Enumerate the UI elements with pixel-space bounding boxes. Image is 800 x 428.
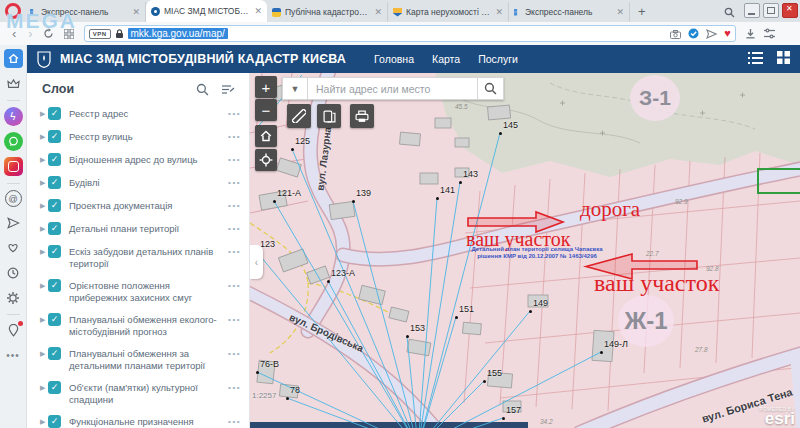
layer-menu-icon[interactable]: ••• [228, 245, 241, 256]
layer-checkbox[interactable]: ✓ [48, 381, 61, 394]
snapshot-camera-icon[interactable] [670, 25, 681, 43]
map-canvas[interactable]: З-1Ж-1 вул. Лазурнавул. Бродівськавул. Б… [250, 73, 800, 428]
layer-checkbox[interactable]: ✓ [48, 107, 61, 120]
pinboard-icon[interactable] [4, 321, 23, 340]
layer-checkbox[interactable]: ✓ [48, 279, 61, 292]
expand-caret-icon[interactable]: ▶ [40, 350, 48, 358]
whatsapp-icon[interactable] [4, 132, 23, 151]
expand-caret-icon[interactable]: ▶ [40, 179, 48, 187]
layer-checkbox[interactable]: ✓ [48, 130, 61, 143]
layer-row-9[interactable]: ▶✓Планувальні обмеження за детальними пл… [27, 342, 249, 376]
minimize-button[interactable] [744, 3, 760, 18]
bookmark-heart-icon[interactable]: ♥ [724, 28, 731, 39]
layer-menu-icon[interactable]: ••• [228, 107, 241, 118]
layer-row-3[interactable]: ▶✓Будівлі••• [27, 171, 249, 194]
locate-button[interactable] [255, 149, 277, 171]
heart-icon[interactable] [4, 238, 23, 257]
vpn-badge[interactable]: VPN [89, 29, 111, 39]
tune-settings-icon[interactable] [764, 28, 775, 39]
expand-caret-icon[interactable]: ▶ [40, 202, 48, 210]
instagram-icon[interactable] [4, 157, 23, 176]
grid-view-icon[interactable] [777, 50, 790, 68]
messenger-icon[interactable]: ϟ [4, 107, 23, 126]
layer-row-7[interactable]: ▶✓Орієнтовне положення прибережних захис… [27, 274, 249, 308]
layer-menu-icon[interactable]: ••• [228, 415, 241, 426]
layer-checkbox[interactable]: ✓ [48, 245, 61, 258]
speed-dial-icon[interactable] [64, 29, 74, 39]
url-field[interactable]: VPN mkk.kga.gov.ua/map/ ♥ [84, 25, 736, 42]
layer-menu-icon[interactable]: ••• [228, 153, 241, 164]
expand-caret-icon[interactable]: ▶ [40, 384, 48, 392]
search-source-dropdown[interactable]: ▼ [282, 77, 308, 100]
layer-menu-icon[interactable]: ••• [228, 347, 241, 358]
share-flow-icon[interactable] [706, 25, 717, 43]
panel-collapse-button[interactable]: ‹ [250, 245, 263, 279]
browser-tab-0[interactable]: Экспресс-панель✕ [25, 2, 146, 22]
reload-button[interactable] [43, 28, 54, 39]
layer-checkbox[interactable]: ✓ [48, 347, 61, 360]
tab-close-icon[interactable]: ✕ [132, 7, 140, 17]
layer-checkbox[interactable]: ✓ [48, 222, 61, 235]
map-search-input[interactable] [308, 77, 477, 100]
home-extent-button[interactable] [255, 125, 277, 147]
history-clock-icon[interactable] [4, 263, 23, 282]
gear-icon[interactable] [4, 288, 23, 307]
telegram-icon[interactable] [4, 213, 23, 232]
crown-icon[interactable] [4, 74, 23, 93]
tab-search-icon[interactable] [724, 4, 735, 22]
expand-caret-icon[interactable]: ▶ [40, 316, 48, 324]
expand-caret-icon[interactable]: ▶ [40, 282, 48, 290]
menu-item-2[interactable]: Послуги [478, 53, 518, 65]
expand-caret-icon[interactable]: ▶ [40, 225, 48, 233]
new-tab-button[interactable]: + [638, 2, 646, 22]
basemap-gallery-button[interactable] [317, 104, 341, 128]
layer-row-11[interactable]: ▶✓Функціональне призначення••• [27, 410, 249, 428]
zoom-in-button[interactable]: + [255, 76, 277, 98]
menu-item-0[interactable]: Головна [374, 53, 414, 65]
browser-tab-1[interactable]: МІАС ЗМД МІСТОБУДІВНИЙ✕ [146, 0, 267, 22]
layer-row-4[interactable]: ▶✓Проектна документація••• [27, 194, 249, 217]
tab-close-icon[interactable]: ✕ [616, 7, 624, 17]
layer-checkbox[interactable]: ✓ [48, 415, 61, 428]
print-button[interactable] [350, 104, 374, 128]
measure-tool-button[interactable] [287, 104, 311, 128]
map-search-button[interactable] [477, 77, 504, 100]
layer-menu-icon[interactable]: ••• [228, 176, 241, 187]
expand-caret-icon[interactable]: ▶ [40, 133, 48, 141]
menu-item-1[interactable]: Карта [432, 53, 460, 65]
tab-close-icon[interactable]: ✕ [254, 6, 262, 16]
layer-row-2[interactable]: ▶✓Відношення адрес до вулиць••• [27, 148, 249, 171]
layer-row-6[interactable]: ▶✓Ескіз забудови детальних планів терито… [27, 240, 249, 274]
list-view-icon[interactable] [748, 50, 763, 68]
zoom-out-button[interactable]: − [255, 99, 277, 121]
forward-button[interactable]: › [28, 27, 32, 40]
layer-row-1[interactable]: ▶✓Реєстр вулиць••• [27, 125, 249, 148]
browser-tab-4[interactable]: Экспресс-панель✕ [509, 2, 630, 22]
sidebar-more-icon[interactable]: ••• [4, 346, 23, 365]
layer-checkbox[interactable]: ✓ [48, 313, 61, 326]
layer-row-5[interactable]: ▶✓Детальні плани території••• [27, 217, 249, 240]
expand-caret-icon[interactable]: ▶ [40, 418, 48, 426]
layer-checkbox[interactable]: ✓ [48, 176, 61, 189]
url-text[interactable]: mkk.kga.gov.ua/map/ [128, 28, 228, 39]
layer-checkbox[interactable]: ✓ [48, 153, 61, 166]
opera-logo-icon[interactable] [5, 3, 21, 19]
layer-search-icon[interactable] [196, 83, 209, 96]
close-button[interactable] [782, 3, 798, 18]
layer-row-10[interactable]: ▶✓Об'єкти (пам'ятки) культурної спадщини… [27, 376, 249, 410]
expand-caret-icon[interactable]: ▶ [40, 248, 48, 256]
expand-caret-icon[interactable]: ▶ [40, 156, 48, 164]
tab-close-icon[interactable]: ✕ [495, 7, 503, 17]
layer-menu-icon[interactable]: ••• [228, 279, 241, 290]
verified-badge-icon[interactable] [688, 25, 699, 43]
layer-menu-icon[interactable]: ••• [228, 222, 241, 233]
layer-menu-icon[interactable]: ••• [228, 130, 241, 141]
maximize-button[interactable] [763, 3, 779, 18]
layer-menu-icon[interactable]: ••• [228, 199, 241, 210]
speed-dial-home-icon[interactable] [4, 49, 23, 68]
browser-tab-2[interactable]: Публічна кадастрова карта✕ [267, 2, 388, 22]
layer-row-0[interactable]: ▶✓Реєстр адрес••• [27, 102, 249, 125]
browser-tab-3[interactable]: Карта нерухомості України✕ [388, 2, 509, 22]
downloads-icon[interactable] [745, 28, 756, 39]
layer-checkbox[interactable]: ✓ [48, 199, 61, 212]
